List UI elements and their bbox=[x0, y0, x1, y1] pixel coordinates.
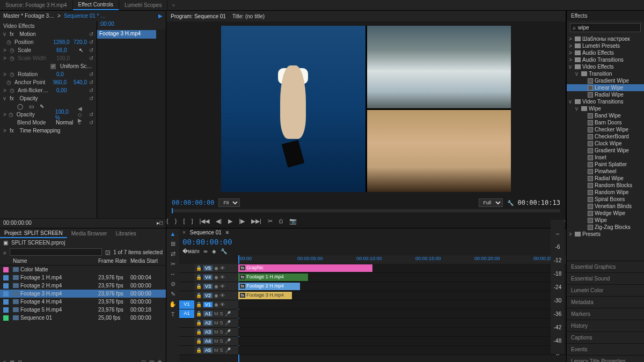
mask-rect-icon[interactable]: ▭ bbox=[29, 104, 34, 109]
transport-button[interactable]: ▶ bbox=[228, 218, 232, 225]
project-item[interactable]: Footage 5 H.mp423,976 fps00:00:18 bbox=[0, 306, 166, 314]
project-item[interactable]: Sequence 0125,00 fps00:00:00 bbox=[0, 314, 166, 322]
effect-tree-item[interactable]: Spiral Boxes bbox=[567, 196, 644, 203]
anchor-label[interactable]: Anchor Point bbox=[14, 79, 51, 85]
time-remapping[interactable]: Time Remapping bbox=[20, 128, 61, 134]
transport-button[interactable]: ⎙ bbox=[279, 218, 283, 225]
settings-icon[interactable]: 🔧 bbox=[507, 200, 514, 206]
collapsed-panel[interactable]: History bbox=[567, 320, 644, 332]
collapsed-panel[interactable]: Essential Graphics bbox=[567, 261, 644, 273]
bin-icon[interactable]: ◲ bbox=[105, 249, 110, 255]
link-icon[interactable]: ∞ bbox=[204, 248, 208, 254]
audio-track[interactable]: 🔒A2MS🎤 bbox=[179, 319, 566, 328]
video-track[interactable]: 🔒V3◉👁fxFootage 2 H.mp4 bbox=[179, 282, 566, 291]
audio-track[interactable]: 🔒A5MS🎤 bbox=[179, 346, 566, 355]
panel-menu-icon[interactable]: » bbox=[172, 2, 175, 8]
collapsed-panel[interactable]: Metadata bbox=[567, 297, 644, 308]
timeline-clip[interactable]: fxFootage 3 H.mp4 bbox=[238, 292, 292, 299]
freeform-view-icon[interactable]: ⊞ bbox=[18, 359, 22, 362]
effect-tree-item[interactable]: Venetian Blinds bbox=[567, 203, 644, 210]
icon-view-icon[interactable]: ▦ bbox=[10, 359, 14, 362]
effect-tree-item[interactable]: vWipe bbox=[567, 105, 644, 112]
project-item[interactable]: Footage 1 H.mp423,976 fps00:00:04 bbox=[0, 274, 166, 282]
collapsed-panel[interactable]: Lumetri Color bbox=[567, 285, 644, 297]
audio-track[interactable]: 🔒A4MS🎤 bbox=[179, 337, 566, 346]
rotation-value[interactable]: 0,0 bbox=[56, 71, 75, 77]
zoom-fit-select[interactable]: Fit bbox=[218, 198, 240, 207]
media-browser-tab[interactable]: Media Browser bbox=[67, 230, 112, 238]
project-tab[interactable]: Project: SPLIT SCREEN bbox=[0, 229, 67, 238]
new-bin-icon[interactable]: ▢ bbox=[141, 359, 146, 362]
effect-tree-item[interactable]: Random Wipe bbox=[567, 189, 644, 196]
timeline-tool[interactable]: ↔ bbox=[170, 271, 176, 277]
ec-toggle-icon[interactable]: ▸□ bbox=[157, 220, 163, 227]
effect-tree-item[interactable]: Wipe bbox=[567, 217, 644, 224]
effect-tree-item[interactable]: CheckerBoard bbox=[567, 133, 644, 140]
transport-button[interactable]: |◀◀ bbox=[200, 218, 210, 225]
scale-label[interactable]: Scale bbox=[18, 47, 54, 53]
effect-tree-item[interactable]: vVideo Effects bbox=[567, 63, 644, 70]
collapsed-panel[interactable]: Legacy Title Properties bbox=[567, 356, 644, 362]
program-scrubber[interactable] bbox=[172, 209, 560, 212]
transport-button[interactable]: { bbox=[166, 218, 169, 225]
effect-tree-item[interactable]: vTransition bbox=[567, 70, 644, 77]
effect-tree-item[interactable]: Inset bbox=[567, 154, 644, 161]
scale-value[interactable]: 68,0 bbox=[56, 47, 75, 53]
reset-icon[interactable]: ↺ bbox=[89, 31, 93, 37]
project-item[interactable]: Footage 4 H.mp423,976 fps00:00:00 bbox=[0, 298, 166, 306]
effect-tree-item[interactable]: Wedge Wipe bbox=[567, 210, 644, 217]
program-monitor[interactable] bbox=[166, 21, 566, 196]
libraries-tab[interactable]: Libraries bbox=[111, 230, 140, 238]
ec-ruler[interactable]: :00:00 bbox=[97, 21, 166, 29]
timeline-tool[interactable]: ⊞ bbox=[171, 240, 175, 247]
effect-tree-item[interactable]: >Audio Transitions bbox=[567, 56, 644, 63]
collapsed-panel[interactable]: Captions bbox=[567, 332, 644, 344]
project-item[interactable]: Footage 2 H.mp423,976 fps00:00:00 bbox=[0, 282, 166, 290]
transport-button[interactable]: [ bbox=[183, 218, 185, 225]
effect-tree-item[interactable]: Clock Wipe bbox=[567, 140, 644, 147]
new-item-icon[interactable]: ▤ bbox=[149, 359, 154, 362]
project-search-icon[interactable]: ⌕ bbox=[3, 249, 6, 255]
collapsed-panel[interactable]: Markers bbox=[567, 308, 644, 320]
opacity-value[interactable]: 100,0 % bbox=[55, 109, 74, 121]
anchor-y[interactable]: 540,0 bbox=[74, 79, 87, 85]
timeline-ruler[interactable]: :00:0000:00:05:0000:00:10:0000:00:15:000… bbox=[238, 255, 566, 264]
transport-button[interactable]: ] bbox=[191, 218, 193, 225]
uniform-scale-checkbox[interactable]: ✓ bbox=[50, 64, 56, 69]
effect-tree-item[interactable]: Linear Wipe bbox=[567, 84, 644, 91]
video-track[interactable]: 🔒V4◉👁fxFootage 1 H.mp4 bbox=[179, 273, 566, 282]
effect-tree-item[interactable]: Checker Wipe bbox=[567, 126, 644, 133]
audio-track[interactable]: A1🔒A1MS🎤 bbox=[179, 309, 566, 319]
timeline-tool[interactable]: ⇄ bbox=[171, 250, 175, 257]
position-x[interactable]: 1288,0 bbox=[53, 39, 71, 45]
program-timecode[interactable]: 00:00:00:00 bbox=[172, 199, 214, 206]
transport-button[interactable]: } bbox=[175, 218, 177, 225]
project-item[interactable]: Color Matte bbox=[0, 265, 166, 274]
rotation-label[interactable]: Rotation bbox=[18, 71, 54, 77]
sequence-clip-label[interactable]: Sequence 01 * … bbox=[64, 13, 106, 19]
timeline-tool[interactable]: ✎ bbox=[171, 291, 175, 298]
project-item[interactable]: Footage 3 H.mp423,976 fps00:00:00 bbox=[0, 290, 166, 298]
trash-icon[interactable]: 🗑 bbox=[157, 359, 163, 362]
effect-tree-item[interactable]: Band Wipe bbox=[567, 112, 644, 119]
col-name[interactable]: Name bbox=[13, 258, 98, 264]
effect-tree-item[interactable]: Paint Splatter bbox=[567, 161, 644, 168]
effects-search[interactable]: ⌕ × bbox=[570, 23, 641, 32]
collapsed-panel[interactable]: Events bbox=[567, 344, 644, 356]
timeline-tool[interactable]: ✋ bbox=[169, 301, 177, 308]
project-search-input[interactable] bbox=[10, 248, 102, 256]
ec-timecode[interactable]: 00:00:00:00 bbox=[3, 220, 32, 227]
timeline-clip[interactable]: fxFootage 2 H.mp4 bbox=[238, 283, 300, 290]
effect-tree-item[interactable]: vVideo Transitions bbox=[567, 98, 644, 105]
effect-tree-item[interactable]: Pinwheel bbox=[567, 168, 644, 175]
timeline-tool[interactable]: T bbox=[171, 311, 175, 317]
tab-source[interactable]: Source: Footage 3 H.mp4 bbox=[0, 1, 73, 10]
timeline-clip[interactable]: fxGraphic bbox=[238, 264, 372, 272]
resolution-select[interactable]: Full bbox=[479, 198, 503, 207]
opacity-effect[interactable]: Opacity bbox=[20, 95, 38, 101]
effect-tree-item[interactable]: >Audio Effects bbox=[567, 49, 644, 56]
tab-lumetri-scopes[interactable]: Lumetri Scopes bbox=[119, 1, 167, 10]
effect-tree-item[interactable]: Gradient Wipe bbox=[567, 147, 644, 154]
anchor-x[interactable]: 960,0 bbox=[53, 79, 71, 85]
transport-button[interactable]: |▶ bbox=[239, 218, 245, 225]
